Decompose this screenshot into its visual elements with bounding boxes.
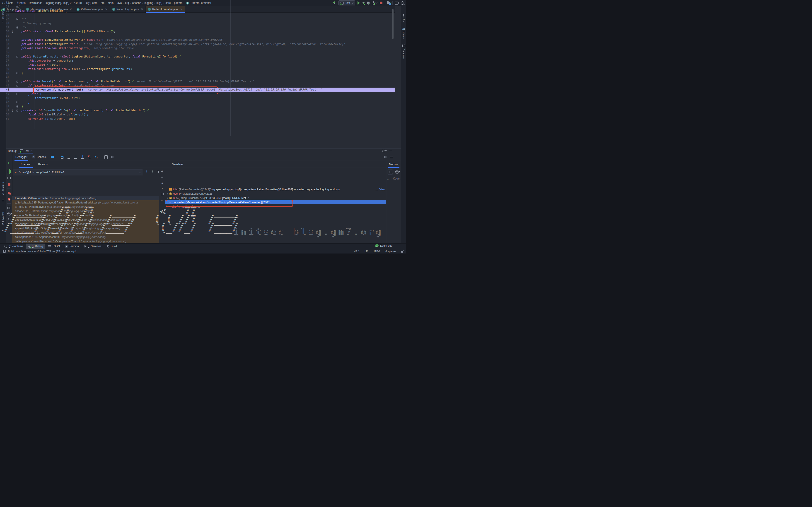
code-line[interactable]: 37 this.converter = converter; xyxy=(0,59,395,63)
scroll-up-icon[interactable]: ▲ xyxy=(159,182,165,184)
tool-window-database[interactable]: Database xyxy=(402,49,405,59)
mute-breakpoints-icon[interactable] xyxy=(6,198,12,201)
code-line[interactable]: 34 private final boolean skipFormattingI… xyxy=(0,46,395,51)
toolwindow-button-problems[interactable]: 6: Problems xyxy=(2,243,25,249)
indent-setting[interactable]: 4 spaces xyxy=(386,250,396,253)
frame-row[interactable]: toSerializable:385, PatternLayout$Patter… xyxy=(12,200,159,205)
toolwindow-button-debug[interactable]: 5: Debug xyxy=(26,243,45,249)
run-anything-icon[interactable] xyxy=(395,2,399,5)
file-encoding[interactable]: UTF-8 xyxy=(373,250,380,253)
watch-return-values-icon[interactable]: ∞ xyxy=(159,199,165,202)
view-options-icon[interactable] xyxy=(390,156,393,158)
tab-frames[interactable]: Frames xyxy=(21,161,30,168)
code-line[interactable]: 32 private final LogEventPatternConverte… xyxy=(0,38,395,42)
rerun-icon[interactable]: ↻ xyxy=(6,161,12,165)
expand-chevron-icon[interactable]: › xyxy=(167,196,168,200)
code-token: format xyxy=(42,80,51,83)
hide-panel-icon[interactable]: — xyxy=(389,149,392,152)
debug-settings-gear-icon[interactable] xyxy=(382,149,386,152)
code-line[interactable]: 31 xyxy=(0,34,395,38)
tool-window-maven[interactable]: Maven xyxy=(402,32,405,39)
expand-chevron-icon[interactable]: › xyxy=(167,192,168,195)
layout-settings-icon[interactable] xyxy=(111,156,113,158)
thread-selector[interactable]: ✔ "main"@1 in group "main": RUNNING xyxy=(13,170,143,175)
code-line[interactable]: 28 * The empty array. xyxy=(0,21,395,25)
line-separator[interactable]: LF xyxy=(364,250,368,253)
toolwindow-button-todo[interactable]: TODO xyxy=(46,243,62,249)
code-token: field xyxy=(167,55,176,58)
frame-row[interactable]: callAppender0:134, AppenderControl(org.a… xyxy=(12,235,159,239)
tab-console[interactable]: ❯Console xyxy=(32,153,48,161)
copy-stack-icon[interactable] xyxy=(159,192,165,195)
event-log-widget[interactable]: 1 Event Log xyxy=(375,244,392,247)
lock-icon[interactable] xyxy=(401,251,403,252)
step-out-icon[interactable]: ↑ xyxy=(81,155,84,159)
restore-layout-icon[interactable] xyxy=(384,156,387,158)
variable-row[interactable]: ›pevent = {MutableLogEvent@2725} xyxy=(165,191,386,196)
step-into-icon[interactable]: ↓ xyxy=(67,155,71,159)
prev-frame-icon[interactable]: ↑ xyxy=(145,170,148,173)
code-line[interactable]: 36 public PatternFormatter(final LogEven… xyxy=(0,55,395,59)
code-line[interactable]: 46 formatWithInfo(event, buf); xyxy=(0,96,395,100)
filter-icon[interactable] xyxy=(157,171,159,172)
close-icon[interactable]: ✕ xyxy=(30,150,33,153)
caret-position[interactable]: 43:1 xyxy=(354,250,360,253)
show-execution-point-icon[interactable] xyxy=(51,156,54,158)
run-to-cursor-icon[interactable]: ↘I xyxy=(94,155,98,159)
code-editor[interactable]: 23 *24 */25public class PatternFormatter… xyxy=(0,13,395,149)
step-over-icon[interactable] xyxy=(60,155,64,159)
code-line[interactable]: 48 } xyxy=(0,104,395,109)
memory-count-header[interactable]: Count xyxy=(391,177,400,180)
pause-icon[interactable] xyxy=(6,177,12,179)
scroll-down-icon[interactable]: ▼ xyxy=(159,187,165,189)
add-watch-icon[interactable]: + xyxy=(159,170,165,173)
maven-icon: m xyxy=(402,27,405,30)
editor-scrollbar[interactable] xyxy=(392,13,394,39)
view-link[interactable]: View xyxy=(379,188,385,191)
code-line[interactable]: 26 xyxy=(0,13,395,17)
next-frame-icon[interactable]: ↓ xyxy=(151,170,154,173)
code-line[interactable]: 47 } xyxy=(0,100,395,104)
force-step-into-icon[interactable]: ↓ xyxy=(74,155,78,159)
code-line[interactable]: 51 converter.format(event, buf); xyxy=(0,117,395,121)
toolwindow-button-services[interactable]: 8: Services xyxy=(83,243,103,249)
code-text: this.skipFormattingInfo = field == Forma… xyxy=(15,67,134,71)
search-everywhere-icon[interactable] xyxy=(401,1,404,5)
expand-chevron-icon[interactable]: › xyxy=(167,188,168,191)
tool-window-structure[interactable]: 7: Structure xyxy=(2,182,4,195)
variable-row[interactable]: ›this = {PatternFormatter@2747} "org.apa… xyxy=(165,187,386,191)
code-line[interactable]: 30@ public static final PatternFormatter… xyxy=(0,30,395,34)
code-line[interactable]: 42 public void format(final LogEvent eve… xyxy=(0,79,395,84)
frame-row[interactable]: format:44, PatternFormatter(org.apache.l… xyxy=(12,196,159,200)
code-line[interactable]: 49@ private void formatWithInfo(final Lo… xyxy=(0,108,395,113)
tab-memory[interactable]: Memo xyxy=(389,161,399,168)
memory-gear-icon[interactable] xyxy=(395,170,399,174)
toolwindow-toggle-icon[interactable] xyxy=(3,250,6,252)
evaluate-expression-icon[interactable] xyxy=(104,155,108,159)
toolwindow-button-terminal[interactable]: ❯Terminal xyxy=(63,243,81,249)
code-line[interactable]: 29 */ xyxy=(0,25,395,30)
code-line[interactable]: 33 private final FormattingInfo field; f… xyxy=(0,42,395,46)
toolwindow-button-build[interactable]: Build xyxy=(104,243,119,249)
code-line[interactable]: 39 this.skipFormattingInfo = field == Fo… xyxy=(0,67,395,71)
code-line[interactable]: 38 this.field = field; xyxy=(0,63,395,67)
view-breakpoints-icon[interactable] xyxy=(6,192,12,194)
memory-search-box[interactable] xyxy=(387,170,393,174)
debug-session-tab[interactable]: Test ✕ xyxy=(19,149,34,153)
code-line[interactable]: 27 /** xyxy=(0,17,395,21)
code-line[interactable]: 35 xyxy=(0,50,395,55)
code-line[interactable]: 41 xyxy=(0,75,395,79)
resume-icon[interactable] xyxy=(6,170,12,173)
stop-icon[interactable] xyxy=(6,183,12,186)
code-token: ; xyxy=(72,59,73,62)
remove-watch-icon[interactable]: − xyxy=(159,175,165,179)
code-line[interactable]: 40 } xyxy=(0,71,395,75)
drop-frame-icon[interactable]: ✗ xyxy=(88,155,91,159)
tab-debugger[interactable]: Debugger xyxy=(14,153,28,161)
code-line[interactable]: 50 final int startField = buf.length(); xyxy=(0,112,395,117)
tool-window-ant[interactable]: Ant xyxy=(402,19,405,23)
code-token: ; xyxy=(132,67,134,71)
frame-row[interactable]: callAppenderPreventRecursion:125, Append… xyxy=(12,239,159,243)
status-message[interactable]: Build completed successfully in 765 ms (… xyxy=(8,250,77,253)
tab-threads[interactable]: Threads xyxy=(38,161,48,168)
